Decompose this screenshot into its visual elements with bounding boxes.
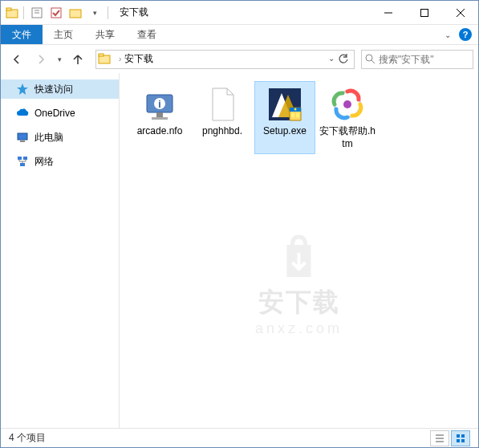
watermark-text: 安下载 (255, 285, 343, 320)
address-dropdown-icon[interactable]: ⌄ (328, 54, 335, 65)
svg-marker-15 (17, 83, 28, 95)
content: 快速访问 OneDrive 此电脑 网络 (1, 73, 478, 428)
qat-properties-icon[interactable] (29, 4, 45, 22)
svg-point-13 (366, 55, 372, 61)
svg-rect-28 (156, 112, 163, 117)
close-button[interactable] (442, 1, 478, 24)
svg-rect-40 (457, 434, 460, 438)
svg-point-34 (294, 108, 297, 111)
blank-file-icon (203, 85, 242, 124)
ribbon-right: ⌄ ? (444, 25, 478, 44)
svg-rect-12 (99, 54, 104, 56)
folder-icon (6, 6, 18, 19)
svg-point-36 (343, 100, 351, 108)
up-button[interactable] (67, 48, 89, 71)
htm-file-icon (328, 85, 367, 124)
maximize-button[interactable] (406, 1, 442, 24)
svg-rect-16 (18, 133, 27, 140)
status-count: 4 个项目 (9, 431, 46, 445)
tab-home[interactable]: 主页 (43, 25, 84, 44)
ribbon-tabs: 文件 主页 共享 查看 ⌄ ? (1, 25, 478, 44)
file-label: 安下载帮助.htm (319, 125, 375, 150)
file-item-blank[interactable]: pnghhbd. (192, 81, 253, 154)
view-details-button[interactable] (430, 430, 449, 446)
refresh-icon[interactable] (338, 54, 349, 65)
svg-rect-32 (291, 113, 294, 117)
sidebar-item-label: 网络 (35, 155, 54, 169)
nfo-file-icon: i (140, 85, 179, 124)
tab-view[interactable]: 查看 (126, 25, 168, 44)
svg-text:i: i (158, 99, 160, 110)
titlebar-left: ▾ 安下载 (1, 4, 148, 22)
sidebar-item-label: OneDrive (35, 108, 75, 119)
qat-check-icon[interactable] (48, 4, 64, 22)
setup-exe-icon (266, 85, 304, 124)
sidebar: 快速访问 OneDrive 此电脑 网络 (1, 73, 120, 428)
svg-rect-41 (461, 434, 465, 438)
forward-button[interactable] (30, 48, 52, 71)
back-button[interactable] (6, 48, 28, 71)
svg-rect-29 (152, 117, 168, 120)
svg-rect-8 (420, 9, 428, 16)
history-dropdown[interactable]: ▾ (54, 55, 65, 63)
svg-rect-19 (23, 157, 27, 160)
address-controls: ⌄ (328, 54, 352, 65)
watermark: 安下载 anxz.com (255, 229, 343, 337)
window-controls (370, 1, 478, 24)
sidebar-item-thispc[interactable]: 此电脑 (1, 128, 119, 147)
svg-rect-17 (20, 141, 25, 142)
separator (108, 6, 108, 19)
svg-rect-18 (18, 157, 22, 160)
svg-line-14 (371, 60, 375, 63)
svg-rect-42 (457, 439, 460, 442)
star-icon (15, 82, 30, 96)
tab-file[interactable]: 文件 (1, 25, 43, 44)
sidebar-item-label: 快速访问 (35, 83, 73, 96)
expand-ribbon-icon[interactable]: ⌄ (444, 31, 451, 39)
tab-share[interactable]: 共享 (84, 25, 126, 44)
address-segment[interactable]: 安下载 (124, 52, 153, 66)
svg-rect-33 (296, 113, 299, 117)
file-grid: i arcade.nfo pnghhbd. (129, 81, 478, 154)
separator (23, 6, 24, 19)
statusbar: 4 个项目 (1, 428, 478, 447)
svg-rect-6 (70, 10, 81, 18)
svg-rect-1 (6, 8, 11, 10)
search-box[interactable] (361, 50, 473, 69)
svg-rect-5 (51, 8, 61, 18)
search-icon (365, 54, 375, 64)
file-area[interactable]: i arcade.nfo pnghhbd. (120, 73, 478, 428)
titlebar: ▾ 安下载 (1, 1, 478, 25)
file-item-nfo[interactable]: i arcade.nfo (129, 81, 190, 154)
minimize-button[interactable] (370, 1, 406, 24)
file-label: pnghhbd. (202, 125, 242, 138)
navbar: ▾ › 安下载 ⌄ (1, 44, 478, 73)
address-bar[interactable]: › 安下载 ⌄ (95, 50, 355, 69)
chevron-right-icon[interactable]: › (116, 55, 124, 63)
svg-rect-20 (20, 163, 25, 166)
svg-rect-43 (461, 439, 465, 442)
view-buttons (430, 430, 470, 446)
address-folder-icon (98, 52, 112, 67)
qat-folder-icon[interactable] (67, 4, 83, 22)
help-icon[interactable]: ? (459, 28, 472, 41)
view-icons-button[interactable] (451, 430, 470, 446)
sidebar-item-label: 此电脑 (35, 131, 63, 145)
file-label: Setup.exe (263, 125, 306, 138)
sidebar-item-network[interactable]: 网络 (1, 152, 119, 171)
network-icon (15, 154, 30, 169)
sidebar-item-onedrive[interactable]: OneDrive (1, 104, 119, 123)
watermark-sub: anxz.com (255, 320, 343, 337)
file-label: arcade.nfo (137, 125, 183, 138)
file-item-htm[interactable]: 安下载帮助.htm (317, 81, 378, 154)
window-title: 安下载 (120, 6, 148, 19)
cloud-icon (15, 106, 30, 120)
qat-dropdown-icon[interactable]: ▾ (87, 4, 103, 22)
file-item-setup[interactable]: Setup.exe (254, 81, 315, 154)
sidebar-item-quickaccess[interactable]: 快速访问 (1, 79, 119, 99)
pc-icon (15, 130, 30, 145)
search-input[interactable] (379, 54, 469, 65)
